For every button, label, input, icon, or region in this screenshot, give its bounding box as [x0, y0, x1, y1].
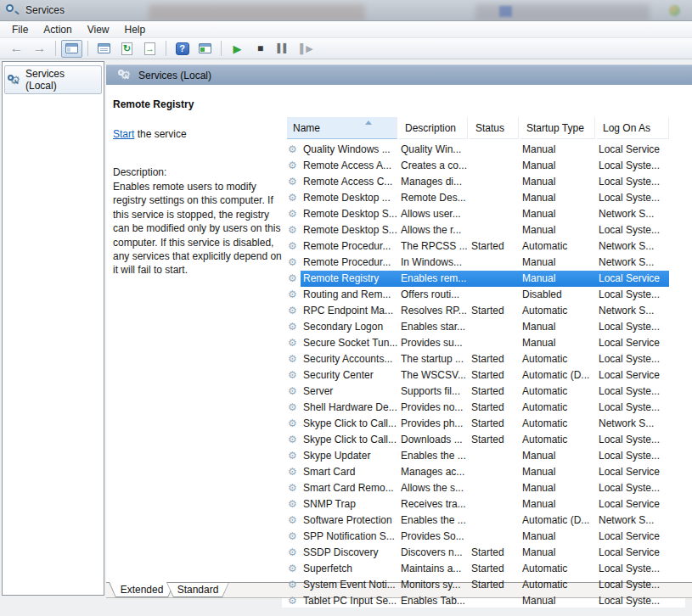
service-row[interactable]: ⚙Security CenterThe WSCSV...StartedAutom…	[282, 367, 685, 384]
cell-description: Discovers n...	[401, 546, 469, 558]
service-row[interactable]: ⚙Remote Access C...Manages di...ManualLo…	[282, 174, 685, 190]
back-button[interactable]: ←	[6, 40, 27, 58]
service-row[interactable]: ⚙Software ProtectionEnables the ...Autom…	[282, 512, 685, 529]
table-header: Name Description Status Startup Type Log…	[282, 117, 685, 139]
tree-item-label: Services (Local)	[25, 68, 98, 92]
service-row[interactable]: ⚙Skype UpdaterEnables the ...ManualLocal…	[282, 448, 685, 464]
show-hide-action-pane-button[interactable]	[194, 40, 216, 58]
content-area: Remote Registry Start the service Descri…	[106, 85, 692, 582]
refresh-button[interactable]: ↻	[116, 40, 138, 58]
service-row[interactable]: ⚙Remote Desktop S...Allows the r...Manua…	[282, 222, 685, 238]
cell-name: Shell Hardware De...	[303, 401, 398, 413]
menu-action[interactable]: Action	[36, 22, 79, 37]
cell-log_on_as: Local Service	[599, 498, 669, 510]
stop-service-button[interactable]: ■	[250, 40, 271, 58]
panel-header-label: Services (Local)	[138, 70, 211, 81]
cell-status: Started	[471, 417, 519, 429]
service-gear-icon: ⚙	[288, 224, 297, 236]
column-header-status[interactable]: Status	[470, 117, 519, 139]
cell-log_on_as: Local Syste...	[599, 401, 669, 413]
menu-help[interactable]: Help	[117, 22, 154, 37]
cell-description: Enables Tab...	[401, 595, 469, 607]
cell-log_on_as: Local Syste...	[599, 353, 669, 365]
show-hide-console-tree-button[interactable]	[61, 40, 82, 58]
cell-name: Remote Desktop ...	[303, 192, 398, 204]
start-service-button[interactable]: ▶	[227, 40, 248, 58]
service-row[interactable]: ⚙SPP Notification S...Provides So...Manu…	[282, 529, 685, 545]
service-row[interactable]: ⚙Remote Procedur...The RPCSS ...StartedA…	[282, 238, 685, 255]
cell-description: Maintains a...	[401, 563, 469, 574]
service-row[interactable]: ⚙Smart CardManages ac...ManualLocal Serv…	[282, 464, 685, 480]
pause-icon: ▌▌	[277, 44, 289, 53]
cell-startup_type: Automatic (D...	[522, 369, 595, 381]
tree-item-services-local[interactable]: ⚙ Services (Local)	[4, 65, 102, 94]
services-list-panel: Name Description Status Startup Type Log…	[282, 106, 685, 608]
service-row[interactable]: ⚙SSDP DiscoveryDiscovers n...StartedManu…	[282, 545, 685, 561]
service-row[interactable]: ⚙Skype Click to Call...Downloads ...Star…	[282, 432, 685, 448]
background-window-blur	[669, 5, 680, 16]
properties-button[interactable]	[93, 40, 115, 58]
cell-startup_type: Manual	[522, 450, 595, 462]
background-window-blur	[149, 4, 365, 21]
cell-name: Quality Windows ...	[303, 143, 398, 155]
service-row[interactable]: ⚙Remote Procedur...In Windows...ManualNe…	[282, 255, 685, 271]
service-gear-icon: ⚙	[288, 321, 297, 333]
service-row[interactable]: ⚙RPC Endpoint Ma...Resolves RP...Started…	[282, 303, 685, 319]
tab-extended[interactable]: Extended	[109, 582, 175, 597]
start-service-link[interactable]: Start	[113, 128, 134, 140]
service-row[interactable]: ⚙Smart Card Remo...Allows the s...Manual…	[282, 480, 685, 496]
column-header-name[interactable]: Name	[287, 117, 397, 139]
service-row[interactable]: ⚙Remote Desktop S...Allows user...Manual…	[282, 206, 685, 222]
cell-log_on_as: Local Syste...	[599, 563, 669, 574]
menu-view[interactable]: View	[80, 22, 117, 37]
cell-startup_type: Automatic	[522, 434, 595, 445]
cell-name: RPC Endpoint Ma...	[303, 305, 398, 316]
service-gear-icon: ⚙	[288, 256, 297, 268]
service-row[interactable]: ⚙Security Accounts...The startup ...Star…	[282, 351, 685, 367]
service-row[interactable]: ⚙Remote Access A...Creates a co...Manual…	[282, 158, 685, 174]
forward-button[interactable]: →	[29, 40, 50, 58]
service-row[interactable]: ⚙Secondary LogonEnables star...ManualLoc…	[282, 319, 685, 335]
service-gear-icon: ⚙	[288, 385, 297, 397]
export-list-button[interactable]: →	[139, 40, 160, 58]
service-row[interactable]: ⚙Routing and Rem...Offers routi...Disabl…	[282, 287, 685, 303]
restart-icon: ▌▶	[300, 44, 312, 53]
service-row[interactable]: ⚙Remote RegistryEnables rem...ManualLoca…	[282, 271, 685, 287]
pause-service-button[interactable]: ▌▌	[273, 40, 294, 58]
service-row[interactable]: ⚙Skype Click to Call...Provides ph...Sta…	[282, 416, 685, 432]
service-row[interactable]: ⚙Secure Socket Tun...Provides su...Manua…	[282, 335, 685, 351]
service-row[interactable]: ⚙SNMP TrapReceives tra...ManualLocal Ser…	[282, 496, 685, 512]
cell-status: Started	[471, 305, 519, 316]
service-gear-icon: ⚙	[288, 595, 297, 607]
menu-bar: File Action View Help	[0, 21, 692, 38]
service-row[interactable]: ⚙SuperfetchMaintains a...StartedAutomati…	[282, 561, 685, 577]
cell-description: Provides no...	[401, 401, 469, 413]
service-gear-icon: ⚙	[288, 240, 297, 252]
cell-log_on_as: Local Syste...	[599, 579, 669, 591]
cell-description: Provides So...	[401, 530, 469, 542]
tab-standard[interactable]: Standard	[166, 582, 229, 597]
menu-file[interactable]: File	[4, 22, 36, 37]
cell-status: Started	[471, 401, 519, 413]
cell-name: Secondary Logon	[303, 321, 398, 333]
column-header-description[interactable]: Description	[399, 117, 468, 139]
toolbar-separator	[221, 41, 222, 56]
cell-log_on_as: Local Service	[599, 337, 669, 349]
title-bar[interactable]: Services	[0, 0, 692, 21]
column-header-log-on-as[interactable]: Log On As	[597, 117, 669, 139]
cell-startup_type: Manual	[522, 482, 595, 494]
restart-service-button[interactable]: ▌▶	[295, 40, 317, 58]
cell-startup_type: Manual	[522, 530, 595, 542]
column-header-startup-type[interactable]: Startup Type	[520, 117, 595, 139]
service-row[interactable]: ⚙ServerSupports fil...StartedAutomaticLo…	[282, 384, 685, 400]
cell-description: Receives tra...	[401, 498, 469, 510]
help-button[interactable]: ?	[172, 40, 193, 58]
cell-startup_type: Manual	[522, 272, 595, 284]
cell-log_on_as: Local Syste...	[599, 160, 669, 171]
cell-log_on_as: Network S...	[599, 208, 669, 220]
cell-name: Smart Card Remo...	[303, 482, 398, 494]
service-row[interactable]: ⚙Quality Windows ...Quality Win...Manual…	[282, 142, 685, 158]
service-gear-icon: ⚙	[288, 353, 297, 365]
service-row[interactable]: ⚙Shell Hardware De...Provides no...Start…	[282, 400, 685, 416]
service-row[interactable]: ⚙Remote Desktop ...Remote Des...ManualLo…	[282, 190, 685, 206]
